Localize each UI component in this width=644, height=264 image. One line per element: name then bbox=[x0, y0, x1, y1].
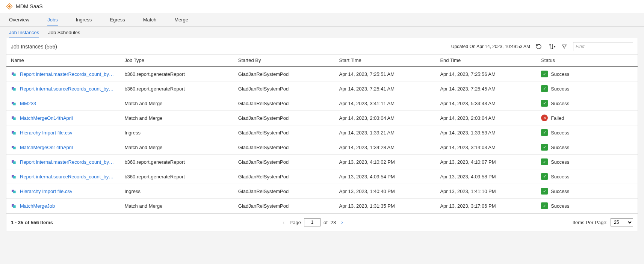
job-name-link[interactable]: Report internal.masterRecords_count_by_B… bbox=[20, 71, 115, 77]
cell-started-by: GladJanRelSystemPod bbox=[234, 96, 335, 111]
app-title: MDM SaaS bbox=[16, 3, 43, 9]
pager-ipp-label: Items Per Page: bbox=[573, 220, 608, 225]
cell-started-by: GladJanRelSystemPod bbox=[234, 199, 335, 213]
cell-status-text: Success bbox=[551, 203, 569, 209]
table-row: Report internal.masterRecords_count_by_B… bbox=[6, 155, 638, 169]
cell-started-by: GladJanRelSystemPod bbox=[234, 155, 335, 169]
table-row: Report internal.masterRecords_count_by_B… bbox=[6, 66, 638, 81]
job-icon bbox=[11, 71, 17, 77]
sub-tab-job-instances[interactable]: Job Instances bbox=[9, 30, 39, 38]
svg-rect-9 bbox=[13, 118, 16, 120]
pager-page-input[interactable] bbox=[304, 218, 320, 226]
updated-on-text: Updated On Apr 14, 2023, 10:49:53 AM bbox=[451, 44, 530, 49]
job-icon bbox=[11, 144, 17, 150]
svg-rect-13 bbox=[13, 147, 16, 149]
nav-tab-ingress[interactable]: Ingress bbox=[76, 17, 92, 26]
nav-tab-overview[interactable]: Overview bbox=[9, 17, 29, 26]
pager-next-icon[interactable]: › bbox=[339, 219, 345, 225]
job-icon bbox=[11, 86, 17, 92]
app-logo-icon bbox=[6, 3, 13, 10]
pager-prev-icon[interactable]: ‹ bbox=[281, 219, 287, 225]
nav-tab-egress[interactable]: Egress bbox=[110, 17, 125, 26]
cell-job-type: b360.report.generateReport bbox=[120, 81, 233, 96]
cell-status-text: Success bbox=[551, 101, 569, 106]
svg-rect-15 bbox=[13, 161, 16, 164]
cell-start-time: Apr 14, 2023, 1:34:28 AM bbox=[335, 140, 436, 155]
job-name-link[interactable]: MatchMergeOn14thApril bbox=[20, 145, 73, 150]
cell-end-time: Apr 13, 2023, 3:17:06 PM bbox=[435, 199, 537, 213]
cell-start-time: Apr 14, 2023, 2:03:04 AM bbox=[335, 111, 436, 125]
cell-status-text: Failed bbox=[551, 115, 564, 121]
nav-tab-match[interactable]: Match bbox=[143, 17, 156, 26]
job-name-link[interactable]: MatchMergeJob bbox=[20, 203, 55, 209]
cell-end-time: Apr 14, 2023, 7:25:45 AM bbox=[435, 81, 537, 96]
table-row: MatchMergeOn14thAprilMatch and MergeGlad… bbox=[6, 140, 638, 155]
cell-started-by: GladJanRelSystemPod bbox=[234, 140, 335, 155]
cell-job-type: b360.report.generateReport bbox=[120, 66, 233, 81]
svg-rect-21 bbox=[13, 205, 16, 208]
job-name-link[interactable]: MatchMergeOn14thApril bbox=[20, 115, 73, 121]
job-instances-panel: Job Instances (556) Updated On Apr 14, 2… bbox=[6, 38, 638, 231]
nav-tab-merge[interactable]: Merge bbox=[174, 17, 188, 26]
status-success-icon: ✓ bbox=[541, 173, 548, 180]
cell-job-type: Ingress bbox=[120, 125, 233, 140]
cell-status-text: Success bbox=[551, 159, 569, 165]
sort-icon[interactable]: ▾ bbox=[547, 42, 556, 51]
cell-job-type: Match and Merge bbox=[120, 140, 233, 155]
cell-end-time: Apr 14, 2023, 2:03:04 AM bbox=[435, 111, 537, 125]
pager-of-label: of bbox=[324, 220, 328, 225]
pager-page-label: Page bbox=[290, 220, 301, 225]
cell-status-text: Success bbox=[551, 130, 569, 136]
col-end-time[interactable]: End Time bbox=[435, 54, 537, 67]
job-name-link[interactable]: Hierarchy Import file.csv bbox=[20, 130, 72, 136]
table-scroll[interactable]: NameJob TypeStarted ByStart TimeEnd Time… bbox=[6, 54, 638, 213]
cell-started-by: GladJanRelSystemPod bbox=[234, 111, 335, 125]
cell-start-time: Apr 14, 2023, 7:25:41 AM bbox=[335, 81, 436, 96]
cell-job-type: Match and Merge bbox=[120, 199, 233, 213]
sub-tab-job-schedules[interactable]: Job Schedules bbox=[48, 30, 80, 38]
refresh-icon[interactable] bbox=[535, 42, 543, 51]
table-row: Report internal.sourceRecords_count_by_B… bbox=[6, 169, 638, 184]
job-name-link[interactable]: Hierarchy Import file.csv bbox=[20, 189, 72, 194]
nav-tab-jobs[interactable]: Jobs bbox=[47, 17, 57, 26]
status-failed-icon: ✕ bbox=[541, 115, 548, 121]
status-success-icon: ✓ bbox=[541, 144, 548, 151]
status-success-icon: ✓ bbox=[541, 129, 548, 136]
cell-status-text: Success bbox=[551, 86, 569, 92]
find-input[interactable] bbox=[573, 42, 633, 51]
table-row: Hierarchy Import file.csvIngressGladJanR… bbox=[6, 184, 638, 199]
pager-ipp-select[interactable]: 25 bbox=[611, 218, 633, 226]
cell-job-type: b360.report.generateReport bbox=[120, 155, 233, 169]
cell-end-time: Apr 13, 2023, 1:41:10 PM bbox=[435, 184, 537, 199]
job-name-link[interactable]: Report internal.masterRecords_count_by_B… bbox=[20, 159, 115, 165]
cell-status-text: Success bbox=[551, 145, 569, 150]
panel-count: 556 bbox=[47, 44, 55, 50]
filter-icon[interactable] bbox=[560, 42, 568, 51]
job-name-link[interactable]: Report internal.sourceRecords_count_by_B… bbox=[20, 174, 115, 180]
col-name[interactable]: Name bbox=[6, 54, 120, 67]
cell-start-time: Apr 13, 2023, 1:40:40 PM bbox=[335, 184, 436, 199]
col-started-by[interactable]: Started By bbox=[234, 54, 335, 67]
cell-status-text: Success bbox=[551, 189, 569, 194]
table-row: MatchMergeOn14thAprilMatch and MergeGlad… bbox=[6, 111, 638, 125]
job-name-link[interactable]: MM233 bbox=[20, 101, 36, 106]
col-job-type[interactable]: Job Type bbox=[120, 54, 233, 67]
pager-total-pages: 23 bbox=[331, 220, 336, 225]
cell-end-time: Apr 14, 2023, 7:25:56 AM bbox=[435, 66, 537, 81]
job-icon bbox=[11, 115, 17, 121]
cell-end-time: Apr 14, 2023, 3:14:03 AM bbox=[435, 140, 537, 155]
svg-rect-19 bbox=[13, 191, 16, 193]
panel-toolbar: Job Instances (556) Updated On Apr 14, 2… bbox=[6, 38, 638, 54]
col-status[interactable]: Status bbox=[537, 54, 638, 67]
job-name-link[interactable]: Report internal.sourceRecords_count_by_B… bbox=[20, 86, 115, 92]
svg-rect-3 bbox=[13, 74, 16, 76]
svg-rect-5 bbox=[13, 88, 16, 91]
col-start-time[interactable]: Start Time bbox=[335, 54, 436, 67]
table-row: MatchMergeJobMatch and MergeGladJanRelSy… bbox=[6, 199, 638, 213]
cell-end-time: Apr 14, 2023, 1:39:53 AM bbox=[435, 125, 537, 140]
job-instances-table: NameJob TypeStarted ByStart TimeEnd Time… bbox=[6, 54, 638, 213]
job-icon bbox=[11, 159, 17, 165]
pager-summary: 1 - 25 of 556 Items bbox=[11, 220, 53, 225]
status-success-icon: ✓ bbox=[541, 100, 548, 107]
table-row: Hierarchy Import file.csvIngressGladJanR… bbox=[6, 125, 638, 140]
